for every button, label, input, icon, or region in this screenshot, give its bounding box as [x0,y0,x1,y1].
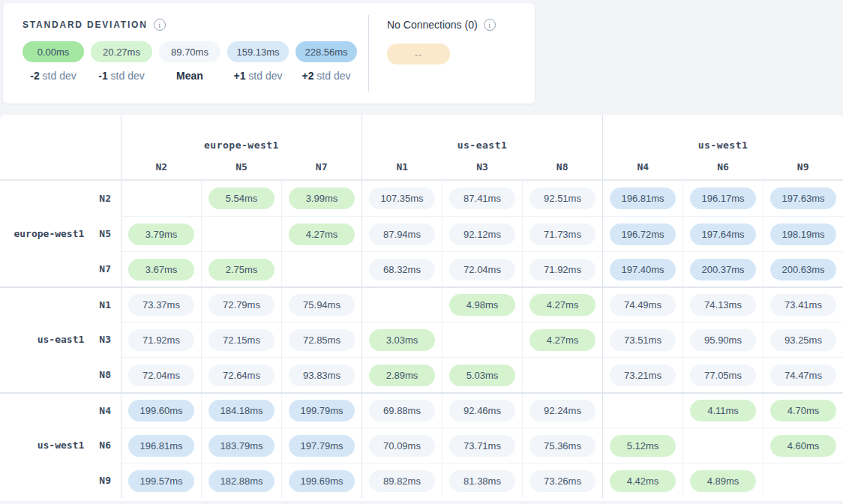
latency-cell[interactable]: 69.88ms [362,394,442,428]
matrix-row: N25.54ms3.99ms107.35ms87.41ms92.51ms196.… [0,181,843,216]
latency-cell[interactable]: 199.60ms [121,394,201,428]
std-dev-label-row: -2 std dev-1 std devMean+1 std dev+2 std… [22,70,368,82]
latency-cell[interactable]: 2.89ms [362,357,442,392]
latency-cell[interactable]: 92.12ms [442,216,522,251]
row-header-node: N6 [99,440,111,451]
latency-cell[interactable]: 93.83ms [281,357,362,392]
latency-cell[interactable]: 70.09ms [362,428,442,463]
latency-cell[interactable]: 72.64ms [201,357,281,392]
std-dev-legend: STANDARD DEVIATION 0.00ms20.27ms89.70ms1… [3,3,368,104]
latency-cell[interactable] [362,288,442,322]
latency-cell[interactable]: 3.67ms [121,251,201,286]
latency-cell[interactable]: 4.60ms [763,428,843,463]
latency-cell[interactable]: 68.32ms [362,251,442,286]
latency-cell[interactable]: 199.57ms [121,463,201,498]
latency-cell[interactable]: 92.51ms [522,181,602,216]
latency-cell[interactable]: 74.13ms [682,288,763,322]
latency-cell[interactable]: 196.81ms [121,428,201,463]
latency-cell[interactable]: 5.12ms [602,428,682,463]
column-header-node: N6 [683,161,764,172]
latency-cell[interactable]: 75.36ms [522,428,602,463]
latency-cell[interactable]: 184.18ms [201,394,281,428]
latency-cell[interactable]: 3.79ms [121,216,201,251]
latency-cell[interactable]: 2.75ms [201,251,281,286]
row-label: N8 [0,357,121,392]
latency-cell[interactable]: 87.94ms [362,216,442,251]
latency-cell[interactable]: 200.37ms [682,251,763,286]
latency-pill: 74.13ms [690,294,756,316]
latency-cell[interactable]: 196.81ms [602,181,682,216]
latency-cell[interactable]: 4.27ms [281,216,362,251]
latency-cell[interactable]: 71.73ms [522,216,602,251]
latency-cell[interactable]: 74.47ms [763,357,843,392]
latency-cell[interactable]: 200.63ms [763,251,843,286]
latency-cell[interactable]: 72.15ms [201,322,281,357]
latency-cell[interactable]: 73.21ms [602,357,682,392]
latency-cell[interactable]: 5.54ms [201,181,281,216]
latency-cell[interactable]: 182.88ms [201,463,281,498]
latency-cell[interactable]: 71.92ms [121,322,201,357]
latency-cell[interactable]: 92.24ms [522,394,602,428]
latency-cell[interactable]: 4.27ms [522,288,602,322]
row-label: N1 [0,288,121,322]
latency-cell[interactable] [682,428,763,463]
info-icon[interactable] [154,19,166,31]
latency-cell[interactable]: 196.72ms [602,216,682,251]
latency-cell[interactable]: 197.79ms [281,428,362,463]
latency-cell[interactable]: 3.03ms [362,322,442,357]
latency-cell[interactable] [121,181,201,216]
row-header-node: N5 [99,228,111,239]
latency-cell[interactable]: 5.03ms [442,357,522,392]
latency-cell[interactable]: 71.92ms [522,251,602,286]
latency-cell[interactable] [442,322,522,357]
row-label: europe-west1N5 [0,216,121,251]
latency-cell[interactable]: 93.25ms [763,322,843,357]
latency-cell[interactable]: 73.37ms [121,288,201,322]
latency-pill: 71.92ms [128,329,194,351]
legend-pill: 89.70ms [159,41,220,62]
latency-cell[interactable]: 81.38ms [442,463,522,498]
latency-cell[interactable]: 89.82ms [362,463,442,498]
latency-cell[interactable]: 73.26ms [522,463,602,498]
latency-cell[interactable] [602,394,682,428]
latency-cell[interactable] [201,216,281,251]
latency-cell[interactable]: 199.79ms [281,394,362,428]
latency-cell[interactable]: 183.79ms [201,428,281,463]
latency-cell[interactable]: 73.51ms [602,322,682,357]
latency-cell[interactable]: 199.69ms [281,463,362,498]
latency-cell[interactable] [763,463,843,498]
row-label: us-west1N6 [0,428,121,463]
latency-cell[interactable]: 92.46ms [442,394,522,428]
matrix-header: europe-west1N2N5N7us-east1N1N3N8us-west1… [0,115,843,181]
latency-cell[interactable]: 73.41ms [763,288,843,322]
latency-cell[interactable] [281,251,362,286]
latency-cell[interactable]: 87.41ms [442,181,522,216]
latency-pill: 199.60ms [128,400,194,422]
latency-cell[interactable]: 95.90ms [682,322,763,357]
latency-cell[interactable]: 197.64ms [682,216,763,251]
latency-cell[interactable]: 3.99ms [281,181,362,216]
latency-cell[interactable]: 4.70ms [763,394,843,428]
latency-cell[interactable]: 4.27ms [522,322,602,357]
latency-cell[interactable]: 73.71ms [442,428,522,463]
latency-cell[interactable] [522,357,602,392]
latency-cell[interactable]: 72.85ms [281,322,362,357]
latency-cell[interactable]: 72.04ms [442,251,522,286]
info-icon[interactable] [484,19,496,31]
latency-cell[interactable]: 197.63ms [763,181,843,216]
latency-cell[interactable]: 4.98ms [442,288,522,322]
latency-cell[interactable]: 75.94ms [281,288,362,322]
latency-cell[interactable]: 4.42ms [602,463,682,498]
latency-cell[interactable]: 4.89ms [682,463,763,498]
latency-cell[interactable]: 72.79ms [201,288,281,322]
latency-cell[interactable]: 74.49ms [602,288,682,322]
latency-cell[interactable]: 107.35ms [362,181,442,216]
latency-cell[interactable]: 197.40ms [602,251,682,286]
latency-pill: 92.51ms [530,188,596,209]
latency-cell[interactable]: 72.04ms [121,357,201,392]
latency-cell[interactable]: 4.11ms [682,394,763,428]
latency-cell[interactable]: 198.19ms [763,216,843,251]
latency-cell[interactable]: 196.17ms [682,181,763,216]
latency-pill: 3.67ms [128,259,194,280]
latency-cell[interactable]: 77.05ms [682,357,763,392]
